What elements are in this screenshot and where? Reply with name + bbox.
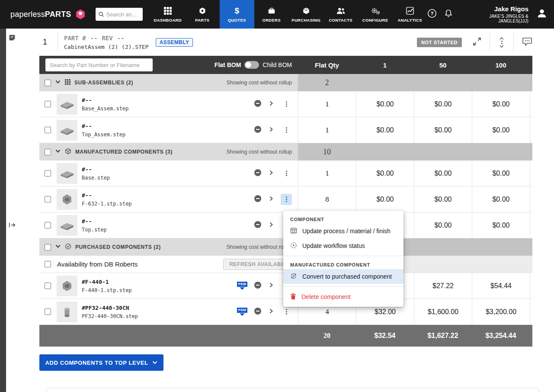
comments-icon[interactable]	[522, 36, 533, 48]
purchased-check-icon	[65, 243, 71, 251]
collapse-chevron-icon[interactable]	[55, 243, 61, 251]
section-note: Showing cost without rollup	[227, 80, 292, 86]
bom-row: #--F-632-1.stp.step 8 $0.00 $0.00 $0.00	[39, 186, 532, 212]
search-icon	[98, 11, 104, 17]
price-cell-qty-50: $0.00	[414, 91, 472, 117]
row-menu-button[interactable]	[281, 168, 292, 179]
price-cell-qty-100: $0.00	[472, 212, 530, 238]
row-checkbox[interactable]	[45, 127, 51, 133]
configure-gears-icon	[371, 6, 380, 16]
user-avatar[interactable]	[536, 7, 548, 21]
part-thumbnail[interactable]	[57, 163, 77, 184]
no-quote-icon[interactable]	[254, 169, 262, 178]
dashboard-icon	[164, 6, 172, 16]
row-checkbox[interactable]	[45, 308, 51, 315]
logo-hexagon-icon	[75, 9, 86, 20]
row-checkbox[interactable]	[45, 261, 51, 267]
section-header-manufactured: MANUFACTURED COMPONENTS (3) Showing cost…	[39, 143, 532, 161]
open-row-chevron-icon[interactable]	[268, 170, 274, 177]
part-filename: CabinetAssem (2) (2).STEP	[64, 44, 149, 50]
overflow-cell	[530, 117, 532, 143]
nav-item-dashboard[interactable]: DASHBOARD	[151, 0, 185, 29]
open-row-chevron-icon[interactable]	[268, 100, 274, 108]
section-flat-qty: 2	[325, 78, 329, 87]
open-row-chevron-icon[interactable]	[268, 308, 274, 316]
no-quote-icon[interactable]	[254, 100, 262, 109]
row-checkbox[interactable]	[45, 101, 51, 107]
open-row-chevron-icon[interactable]	[268, 196, 274, 203]
logo-text-light: paperless	[10, 10, 45, 19]
help-icon[interactable]: ?	[427, 9, 437, 20]
notes-panel-icon[interactable]	[8, 34, 16, 43]
expand-panel-icon[interactable]	[8, 222, 16, 230]
row-checkbox[interactable]	[45, 170, 51, 177]
menu-item-convert-to-purchased[interactable]: Convert to purchased component	[283, 269, 403, 284]
no-quote-icon[interactable]	[254, 195, 262, 204]
menu-group-manufactured: MANUFACTURED COMPONENT	[283, 259, 403, 269]
row-menu-button[interactable]	[281, 99, 292, 110]
part-thumbnail[interactable]	[57, 276, 77, 296]
nav-item-purchasing[interactable]: PURCHASING	[289, 0, 323, 29]
no-quote-icon[interactable]	[254, 221, 262, 230]
row-menu-button[interactable]	[281, 306, 292, 318]
paperless-parts-logo[interactable]: paperlessPARTS	[0, 9, 86, 20]
collapse-chevron-icon[interactable]	[55, 148, 61, 156]
add-components-label: ADD COMPONENTS TO TOP LEVEL	[45, 360, 148, 366]
part-thumbnail[interactable]	[57, 215, 77, 236]
nav-item-parts[interactable]: PARTS	[185, 0, 220, 29]
menu-divider	[283, 286, 403, 287]
part-thumbnail[interactable]	[57, 94, 77, 115]
orders-briefcase-icon	[268, 6, 275, 16]
price-cell-qty-100: $0.00	[472, 91, 530, 117]
part-number: #--	[82, 123, 125, 129]
quote-item-actions: NOT STARTED	[417, 32, 533, 52]
open-row-chevron-icon[interactable]	[268, 126, 274, 134]
rev-value: --	[117, 35, 125, 42]
expand-item-icon[interactable]	[472, 37, 482, 48]
column-header-qty-1: 1	[356, 56, 414, 74]
price-cell-qty-1: $0.00	[356, 117, 414, 143]
nav-item-configure[interactable]: CONFIGURE	[358, 0, 393, 29]
open-row-chevron-icon[interactable]	[268, 222, 274, 229]
nav-label: ORDERS	[262, 18, 280, 22]
notifications-bell-icon[interactable]	[444, 9, 453, 20]
no-quote-icon[interactable]	[254, 125, 262, 135]
no-quote-icon[interactable]	[254, 281, 262, 291]
global-search-input[interactable]	[106, 11, 140, 18]
menu-item-update-process[interactable]: Update process / material / finish	[283, 224, 403, 238]
nav-item-quotes[interactable]: $ QUOTES	[220, 0, 254, 29]
menu-item-label: Update workflow status	[302, 242, 365, 249]
menu-item-update-workflow[interactable]: Update workflow status	[283, 238, 403, 253]
reorder-drag-handle[interactable]	[498, 37, 506, 48]
bom-search-input[interactable]	[45, 62, 153, 68]
nav-item-analytics[interactable]: ANALYTICS	[393, 0, 427, 29]
row-menu-button[interactable]	[281, 125, 292, 136]
section-checkbox[interactable]	[45, 80, 51, 86]
total-qty-1: $32.54	[356, 325, 414, 347]
nav-item-orders[interactable]: ORDERS	[254, 0, 289, 29]
row-checkbox[interactable]	[45, 196, 51, 202]
add-components-button[interactable]: ADD COMPONENTS TO TOP LEVEL	[39, 354, 163, 371]
nav-item-contacts[interactable]: CONTACTS	[323, 0, 358, 29]
row-menu-button-active[interactable]	[281, 194, 292, 205]
no-quote-icon[interactable]	[254, 307, 262, 317]
main-content: 1 PART #--REV-- CabinetAssem (2) (2).STE…	[19, 29, 554, 392]
open-row-chevron-icon[interactable]	[268, 282, 274, 290]
price-cell-qty-50: $0.00	[414, 212, 472, 238]
status-badge: NOT STARTED	[417, 38, 462, 47]
row-checkbox[interactable]	[45, 222, 51, 228]
part-thumbnail[interactable]	[57, 120, 77, 141]
price-cell-qty-1: $0.00	[356, 161, 414, 186]
part-thumbnail[interactable]	[57, 302, 77, 322]
collapse-chevron-icon[interactable]	[55, 79, 61, 87]
part-info: PART #--REV-- CabinetAssem (2) (2).STEP	[64, 35, 149, 50]
pem-logo: PEM	[237, 308, 247, 316]
menu-item-delete-component[interactable]: Delete component	[283, 289, 403, 304]
row-checkbox[interactable]	[45, 283, 51, 289]
part-thumbnail[interactable]	[57, 189, 77, 210]
bom-view-toggle[interactable]	[244, 61, 259, 69]
next-quote-item-card[interactable]	[45, 388, 540, 392]
section-checkbox[interactable]	[45, 149, 51, 155]
bom-search	[45, 58, 153, 71]
section-checkbox[interactable]	[45, 244, 51, 251]
